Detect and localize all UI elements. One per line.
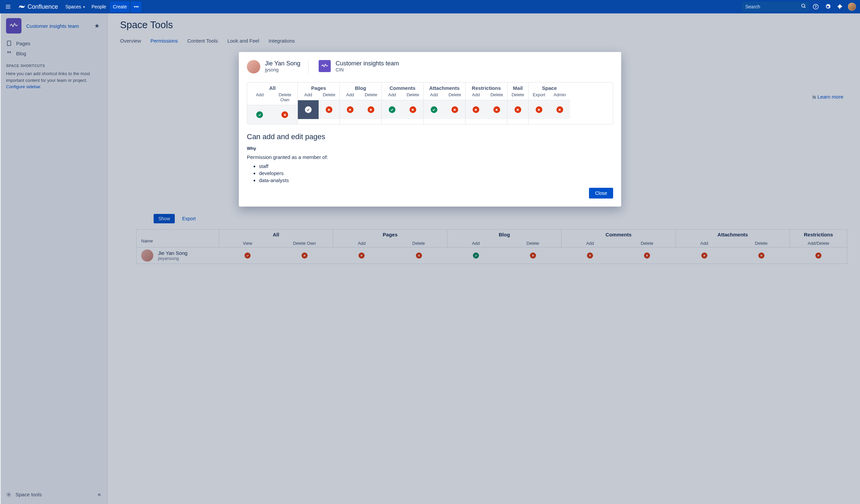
perm-cell[interactable]	[382, 100, 402, 119]
perm-sub-header: Add	[382, 91, 402, 100]
perm-group-pages: PagesAddDelete	[298, 83, 340, 124]
confluence-logo[interactable]: Confluence	[15, 3, 61, 10]
perm-sub-header: Admin	[549, 91, 570, 100]
cross-icon	[410, 106, 416, 113]
svg-line-4	[804, 7, 805, 8]
perm-sub-header: Delete	[361, 91, 381, 100]
cross-icon	[368, 106, 374, 113]
search-input[interactable]	[742, 2, 809, 12]
people-link[interactable]: People	[89, 1, 109, 12]
perm-group-blog: BlogAddDelete	[340, 83, 382, 124]
perm-group-attachments: AttachmentsAddDelete	[424, 83, 465, 124]
perm-group-header: All	[247, 83, 298, 91]
search-icon[interactable]	[801, 3, 806, 10]
perm-cell[interactable]	[319, 100, 340, 119]
perm-cell[interactable]	[444, 100, 465, 119]
perm-group-restrictions: RestrictionsAddDelete	[465, 83, 507, 124]
check-icon	[305, 106, 312, 113]
perm-cell[interactable]	[507, 100, 528, 119]
check-icon	[389, 106, 396, 113]
member-item: staff	[259, 163, 613, 170]
create-button[interactable]: Create	[110, 1, 129, 12]
perm-sub-header: Export	[529, 91, 549, 100]
perm-sub-header: Delete Own	[272, 91, 298, 105]
perm-sub-header: Delete	[402, 91, 423, 100]
permissions-grid: AllAddDelete OwnPagesAddDeleteBlogAddDel…	[247, 82, 613, 125]
settings-icon[interactable]	[822, 1, 833, 12]
svg-rect-2	[6, 8, 10, 9]
perm-group-header: Mail	[507, 83, 528, 91]
perm-sub-header: Add	[247, 91, 272, 105]
perm-cell[interactable]	[340, 100, 361, 119]
perm-sub-header: Delete	[444, 91, 465, 100]
cross-icon	[282, 111, 288, 118]
perm-group-space: SpaceExportAdmin	[529, 83, 570, 124]
perm-cell[interactable]	[361, 100, 381, 119]
modal-user-name: Jie Yan Song	[265, 60, 300, 67]
members-list: staffdevelopersdata-analysts	[259, 163, 613, 184]
permission-reason: Permission granted as a member of:	[247, 154, 613, 160]
help-icon[interactable]: ?	[811, 1, 821, 12]
space-icon	[319, 60, 331, 72]
app-switcher-icon[interactable]	[3, 1, 13, 12]
perm-sub-header: Delete	[319, 91, 340, 100]
svg-rect-0	[6, 5, 10, 6]
member-item: developers	[259, 170, 613, 177]
perm-group-header: Restrictions	[465, 83, 507, 91]
perm-cell[interactable]	[465, 100, 486, 119]
perm-group-header: Attachments	[424, 83, 465, 91]
perm-sub-header: Add	[424, 91, 444, 100]
perm-cell[interactable]	[247, 105, 272, 124]
avatar	[247, 60, 260, 73]
perm-cell[interactable]	[298, 100, 319, 119]
svg-point-3	[802, 4, 805, 7]
brand-text: Confluence	[28, 3, 58, 10]
perm-cell[interactable]	[549, 100, 570, 119]
why-label: Why	[247, 146, 613, 151]
more-actions-icon[interactable]: •••	[131, 1, 142, 12]
perm-group-all: AllAddDelete Own	[247, 83, 298, 124]
member-item: data-analysts	[259, 177, 613, 184]
check-icon	[256, 111, 263, 118]
perm-cell[interactable]	[272, 105, 298, 124]
permission-detail-modal: Jie Yan Song jysong Customer insights te…	[239, 52, 621, 206]
perm-sub-header: Delete	[486, 91, 507, 100]
cross-icon	[473, 106, 479, 113]
perm-cell[interactable]	[402, 100, 423, 119]
spaces-menu[interactable]: Spaces▾	[63, 1, 88, 12]
perm-sub-header: Add	[465, 91, 486, 100]
perm-group-header: Comments	[382, 83, 423, 91]
perm-cell[interactable]	[424, 100, 444, 119]
perm-group-header: Blog	[340, 83, 381, 91]
perm-group-mail: MailDelete	[507, 83, 529, 124]
perm-sub-header: Delete	[507, 91, 528, 100]
cross-icon	[515, 106, 521, 113]
perm-group-comments: CommentsAddDelete	[382, 83, 424, 124]
perm-group-header: Pages	[298, 83, 340, 91]
notifications-icon[interactable]	[834, 1, 845, 12]
cross-icon	[493, 106, 500, 113]
close-button[interactable]: Close	[589, 188, 613, 199]
modal-space-key: CIN	[335, 67, 399, 72]
perm-sub-header: Add	[298, 91, 319, 100]
avatar-button[interactable]	[847, 1, 857, 12]
perm-group-header: Space	[529, 83, 570, 91]
modal-space-name: Customer insights team	[335, 60, 399, 67]
check-icon	[431, 106, 438, 113]
modal-space: Customer insights team CIN	[315, 60, 399, 73]
perm-sub-header: Add	[340, 91, 361, 100]
perm-cell[interactable]	[529, 100, 549, 119]
modal-user-username: jysong	[265, 67, 300, 72]
svg-rect-1	[6, 6, 10, 7]
cross-icon	[347, 106, 354, 113]
cross-icon	[326, 106, 332, 113]
cross-icon	[452, 106, 458, 113]
top-nav: Confluence Spaces▾ People Create ••• ?	[0, 0, 860, 13]
svg-text:?: ?	[815, 5, 817, 9]
cross-icon	[557, 106, 563, 113]
permission-detail-title: Can add and edit pages	[247, 132, 613, 141]
modal-user: Jie Yan Song jysong	[247, 60, 309, 73]
cross-icon	[536, 106, 542, 113]
perm-cell[interactable]	[486, 100, 507, 119]
